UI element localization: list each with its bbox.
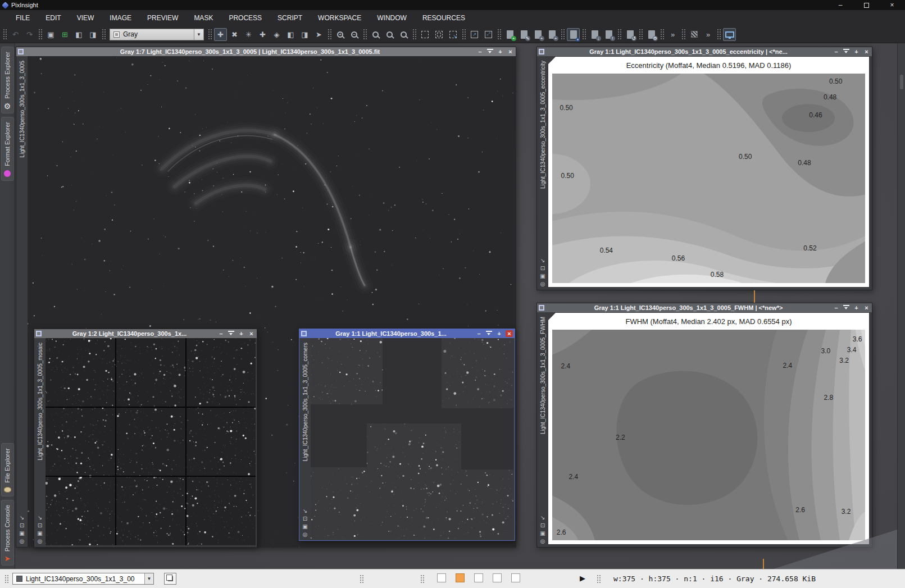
toolbar-grip[interactable]	[412, 29, 416, 40]
window-fwhm[interactable]: Gray 1:1 Light_IC1340perso_300s_1x1_3_00…	[536, 303, 872, 548]
fit-mode-icon[interactable]: ⊡	[19, 523, 24, 528]
fit-window-icon[interactable]: ↗	[468, 28, 481, 41]
toolbar-grip[interactable]	[561, 29, 565, 40]
preview-all-icon[interactable]	[433, 28, 445, 41]
screen-right-icon[interactable]: ◨	[298, 28, 311, 41]
duplicate-view-icon[interactable]: ▣	[540, 531, 545, 536]
shade-button[interactable]	[486, 48, 494, 55]
menu-mask[interactable]: MASK	[186, 10, 221, 26]
undo-icon[interactable]: ↶	[9, 28, 22, 41]
toolbar-grip[interactable]	[38, 29, 42, 40]
zoom-fit-window-icon[interactable]	[383, 28, 396, 41]
view-checkbox[interactable]	[474, 573, 483, 582]
window-corners[interactable]: Gray 1:1 Light_IC1340perso_300s_1... –+×…	[299, 329, 515, 541]
revert-process-icon[interactable]: ↺	[624, 28, 636, 41]
window-eccentricity[interactable]: Gray 1:1 Light_IC1340perso_300s_1x1_3_00…	[536, 47, 872, 290]
statusbar-grip[interactable]	[420, 575, 424, 584]
redo-icon[interactable]: ↷	[23, 28, 36, 41]
process-settings-icon[interactable]: ⚙	[645, 28, 658, 41]
fit-mode-icon[interactable]: ⊡	[540, 266, 545, 271]
toolbar-grip[interactable]	[582, 29, 586, 40]
iconize-button[interactable]: –	[833, 48, 840, 55]
sidebar-tab-format-explorer[interactable]: Format Explorer	[1, 117, 14, 181]
toolbar-grip[interactable]	[328, 29, 331, 40]
shade-button[interactable]	[843, 48, 850, 55]
zoom-button[interactable]: +	[853, 48, 860, 55]
menu-resources[interactable]: RESOURCES	[415, 10, 473, 26]
toolbar-grip[interactable]	[660, 29, 664, 40]
toolbar-grip[interactable]	[717, 29, 721, 40]
app-maximize-button[interactable]	[853, 0, 879, 10]
process-clone-icon[interactable]: +	[531, 28, 544, 41]
screen-left-icon[interactable]: ◧	[284, 28, 297, 41]
app-close-button[interactable]: ×	[879, 0, 905, 10]
new-preview-icon[interactable]	[419, 28, 431, 41]
app-minimize-button[interactable]: –	[827, 0, 853, 10]
close-button[interactable]: ×	[506, 330, 513, 337]
right-dock-edge[interactable]	[897, 43, 905, 569]
find-process-icon[interactable]	[567, 28, 580, 41]
duplicate-left-icon[interactable]: ◧	[72, 28, 85, 41]
new-image-icon[interactable]: ⊞	[58, 28, 71, 41]
toolbar-grip[interactable]	[208, 29, 212, 40]
iconize-button[interactable]: –	[475, 330, 483, 337]
iconize-button[interactable]: –	[833, 304, 840, 311]
zoom-fill-window-icon[interactable]	[397, 28, 410, 41]
chevron-down-icon[interactable]: ▼	[194, 29, 203, 40]
close-button[interactable]: ×	[248, 330, 255, 337]
zoom-button[interactable]: +	[495, 330, 503, 337]
resize-arrow-icon[interactable]: ↘	[540, 515, 545, 521]
shade-button[interactable]	[228, 330, 235, 337]
view-checkbox[interactable]	[456, 573, 465, 582]
toolbar-grip[interactable]	[102, 29, 106, 40]
fit-mode-icon[interactable]: ⊡	[302, 516, 307, 522]
fit-view-icon[interactable]: ⤢	[482, 28, 495, 41]
fit-mode-icon[interactable]: ⊡	[540, 523, 545, 528]
pan-mode-icon[interactable]: ✚	[214, 28, 227, 41]
chevron-down-icon[interactable]: ▼	[144, 573, 153, 584]
statusbar-grip[interactable]	[597, 575, 601, 584]
toolbar-grip[interactable]	[497, 29, 501, 40]
fwhm-window-titlebar[interactable]: Gray 1:1 Light_IC1340perso_300s_1x1_3_00…	[537, 303, 872, 312]
close-button[interactable]: ×	[507, 48, 514, 55]
pointer-icon[interactable]: ➤	[312, 28, 325, 41]
view-selector-dropdown[interactable]: Light_IC1340perso_300s_1x1_3_00 ▼	[12, 573, 154, 585]
menu-workspace[interactable]: WORKSPACE	[310, 10, 369, 26]
menu-script[interactable]: SCRIPT	[270, 10, 310, 26]
overflow-chevron-icon[interactable]: »	[666, 28, 679, 41]
track-view-icon[interactable]: ◎	[37, 539, 42, 544]
zoom-to-fit-icon[interactable]: ✖	[228, 28, 241, 41]
play-button[interactable]: ▶	[580, 574, 585, 582]
duplicate-view-button[interactable]	[164, 573, 176, 585]
track-view-icon[interactable]: ◎	[302, 532, 307, 537]
duplicate-view-icon[interactable]: ▣	[540, 274, 545, 279]
sidebar-tab-file-explorer[interactable]: File Explorer	[1, 443, 14, 496]
view-checkbox[interactable]	[437, 573, 446, 582]
close-button[interactable]: ×	[863, 304, 870, 311]
window-icon[interactable]	[301, 331, 307, 336]
duplicate-view-icon[interactable]: ▣	[302, 524, 307, 530]
iconize-button[interactable]: –	[217, 330, 225, 337]
process-add-icon[interactable]: +	[545, 28, 558, 41]
sidebar-tab-process-console[interactable]: Process Console➤	[1, 500, 14, 566]
resize-arrow-icon[interactable]: ↘	[540, 258, 545, 263]
menu-edit[interactable]: EDIT	[38, 10, 69, 26]
menu-preview[interactable]: PREVIEW	[139, 10, 186, 26]
statusbar-grip[interactable]	[360, 575, 363, 584]
resize-arrow-icon[interactable]: ↘	[19, 515, 24, 521]
process-new-icon[interactable]: +	[503, 28, 516, 41]
menu-window[interactable]: WINDOW	[369, 10, 415, 26]
zoom-button[interactable]: +	[238, 330, 245, 337]
window-icon[interactable]	[18, 49, 24, 54]
save-process-icon[interactable]: ↑	[602, 28, 615, 41]
duplicate-view-icon[interactable]: ▣	[19, 531, 24, 536]
toolbar-grip[interactable]	[3, 29, 7, 40]
duplicate-view-icon[interactable]: ▣	[37, 531, 42, 536]
shrink-view-icon[interactable]: ✳	[242, 28, 255, 41]
corners-window-titlebar[interactable]: Gray 1:1 Light_IC1340perso_300s_1... –+×	[299, 329, 515, 338]
main-window-titlebar[interactable]: Gray 1:7 Light_IC1340perso_300s_1x1_3_00…	[16, 47, 516, 56]
fwhm-plot[interactable]: FWHM (Moffat4, Median 2.402 px, MAD 0.65…	[548, 313, 869, 544]
eccentricity-plot[interactable]: Eccentricity (Moffat4, Median 0.5196, MA…	[548, 57, 869, 287]
dynamic-mode-icon[interactable]: ◈	[270, 28, 283, 41]
resize-arrow-icon[interactable]: ↘	[302, 508, 307, 514]
